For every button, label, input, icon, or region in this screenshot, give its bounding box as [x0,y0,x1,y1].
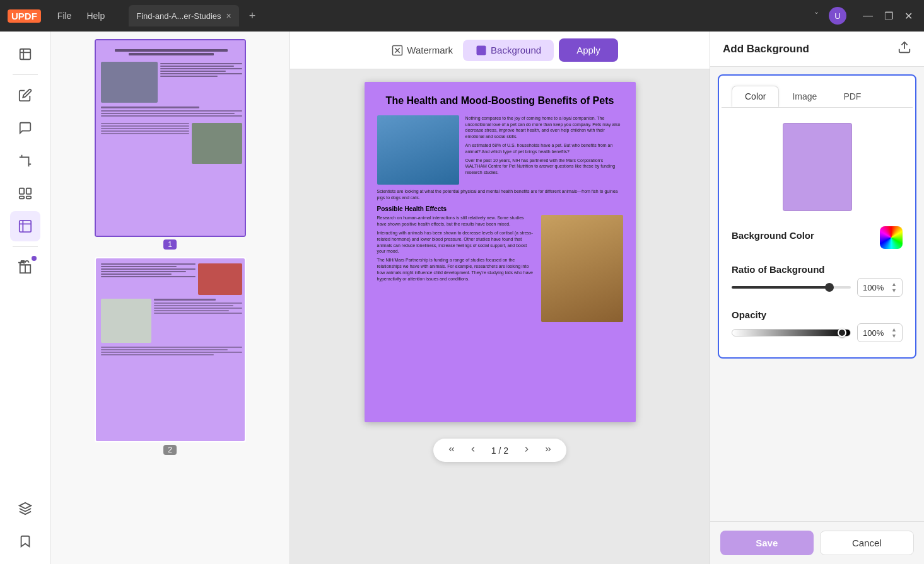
opacity-arrows: ▲ ▼ [891,326,897,339]
research3-text: The NIH/Mars Partnership is funding a ra… [377,257,535,282]
intro-text: Nothing compares to the joy of coming ho… [465,115,623,140]
page-nav-bar: 1 / 2 [433,439,566,462]
opacity-value: 100% [863,328,884,338]
sidebar-item-gift[interactable] [10,252,40,282]
research2-text: Interacting with animals has been shown … [377,230,535,255]
menu-bar: File Help [51,8,111,23]
sidebar-item-pages[interactable] [10,39,40,69]
svg-rect-0 [20,49,30,60]
new-tab-icon[interactable]: + [249,9,256,23]
titlebar: UPDF File Help Find-and-A...er-Studies ×… [0,0,924,32]
panel-export-button[interactable] [898,40,911,57]
document-page-1: The Health and Mood-Boosting Benefits of… [365,82,636,422]
thumb-page-2-content [96,258,246,441]
help-menu[interactable]: Help [80,8,111,23]
svg-rect-3 [19,188,23,194]
watermark-label: Watermark [407,45,453,55]
color-preview-box [783,123,852,211]
section2-title: Possible Health Effects [377,205,623,212]
sidebar-item-crop[interactable] [10,146,40,176]
last-page-button[interactable] [540,442,556,458]
tab-close-icon[interactable]: × [226,11,231,21]
sidebar-item-edit[interactable] [10,80,40,110]
opacity-slider-row: 100% ▲ ▼ [732,323,903,342]
total-pages: 2 [503,446,508,456]
sidebar-item-layers[interactable] [10,493,40,524]
thumb-page-2-frame[interactable] [95,257,246,442]
sidebar-item-background[interactable] [10,211,40,241]
watermark-icon [392,45,403,56]
app-logo: UPDF [8,9,41,23]
current-page: 1 [491,446,496,456]
opacity-label: Opacity [732,309,766,320]
panel-tabs: Color Image PDF [722,78,913,108]
bg-ratio-section: Ratio of Background 100% ▲ ▼ [732,264,903,299]
thumb-page-2-number: 2 [163,445,177,455]
main-layout: 1 [0,32,924,564]
document-tab[interactable]: Find-and-A...er-Studies × [129,5,239,26]
panel-inner-container: Color Image PDF Background Color [718,74,916,359]
thumb-page-1-content [96,40,246,236]
ratio-arrows: ▲ ▼ [891,281,897,294]
ratio-value: 100% [863,283,884,292]
first-page-button[interactable] [443,442,460,458]
para3-text: Over the past 10 years, NIH has partnere… [465,158,623,176]
svg-rect-14 [477,45,486,55]
watermark-button[interactable]: Watermark [382,40,463,61]
thumbnail-page-1[interactable]: 1 [58,39,282,250]
panel-title: Add Background [723,43,809,55]
bg-color-section: Background Color [732,226,903,254]
dropdown-icon[interactable]: ˅ [814,11,819,21]
opacity-slider-thumb[interactable] [838,328,846,337]
notification-badge [32,256,37,261]
sidebar-item-organize[interactable] [10,178,40,209]
apply-button[interactable]: Apply [559,38,618,62]
window-controls: — ❐ ✕ [859,9,916,23]
ratio-slider-thumb[interactable] [825,283,834,292]
user-avatar[interactable]: U [829,7,846,25]
color-preview-wrap [732,123,903,211]
panel-header: Add Background [710,32,924,67]
thumb-page-1-frame[interactable] [95,39,246,237]
svg-rect-5 [19,197,23,199]
sidebar-item-comment[interactable] [10,113,40,143]
panel-footer: Save Cancel [710,521,924,564]
close-button[interactable]: ✕ [901,9,916,23]
page-indicator: 1 / 2 [486,446,513,456]
page-main-title: The Health and Mood-Boosting Benefits of… [377,95,623,108]
right-panel: Add Background Color Image PDF [710,32,924,564]
svg-marker-10 [19,503,30,509]
cancel-button[interactable]: Cancel [820,531,915,555]
bg-color-label: Background Color [732,230,814,241]
background-icon [476,45,487,56]
research-text-block: Research on human-animal interactions is… [377,215,535,322]
panel-body: Color Image PDF Background Color [710,67,924,521]
restore-button[interactable]: ❐ [880,9,897,23]
next-page-button[interactable] [518,442,535,458]
tab-pdf[interactable]: PDF [830,86,874,107]
tab-label: Find-and-A...er-Studies [136,11,221,21]
color-picker-button[interactable] [880,226,903,249]
para2-text: An estimated 68% of U.S. households have… [465,142,623,155]
content-area: Watermark Background Apply The Health an… [290,32,710,564]
ratio-slider-track[interactable] [732,286,851,289]
thumbnail-page-2[interactable]: 2 [58,257,282,455]
research-text: Research on human-animal interactions is… [377,215,535,227]
background-button[interactable]: Background [463,40,554,61]
prev-page-button[interactable] [465,442,481,458]
tab-color[interactable]: Color [732,86,779,107]
svg-rect-7 [19,221,30,232]
tab-image[interactable]: Image [779,86,830,107]
file-menu[interactable]: File [51,8,78,23]
thumbnail-panel: 1 [50,32,290,564]
background-label: Background [491,45,541,55]
ratio-value-button[interactable]: 100% ▲ ▼ [857,278,903,297]
svg-rect-6 [26,197,30,199]
minimize-button[interactable]: — [859,9,877,23]
sidebar-sep-2 [13,246,38,247]
ratio-slider-row: 100% ▲ ▼ [732,278,903,297]
opacity-slider-track[interactable] [732,329,851,337]
save-button[interactable]: Save [720,531,814,555]
opacity-value-button[interactable]: 100% ▲ ▼ [857,323,903,342]
sidebar-item-bookmark[interactable] [10,526,40,556]
